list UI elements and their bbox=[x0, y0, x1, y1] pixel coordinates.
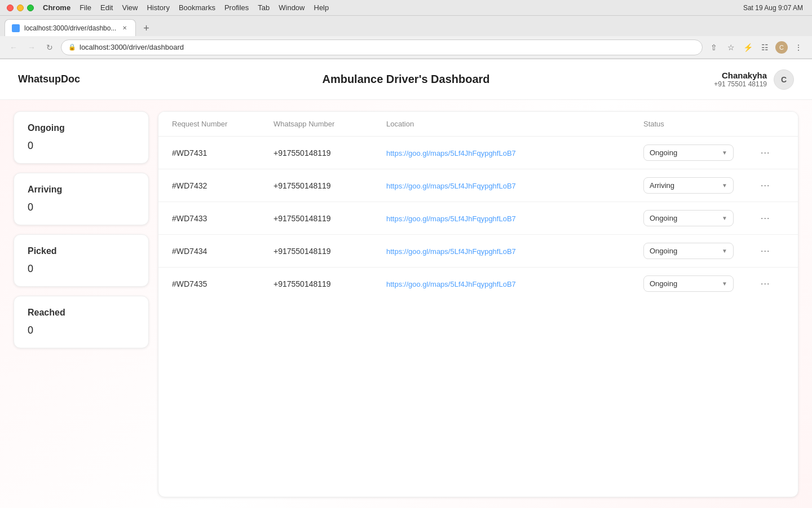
sidebar-button[interactable]: ☷ bbox=[758, 41, 771, 54]
status-dropdown[interactable]: Ongoing ▼ bbox=[643, 210, 734, 226]
more-options-button[interactable]: ··· bbox=[756, 178, 784, 193]
menu-history[interactable]: History bbox=[147, 3, 169, 12]
col-header-actions bbox=[756, 120, 784, 128]
tab-bar: localhost:3000/driver/dashbo... ✕ + bbox=[0, 16, 812, 36]
avatar: C bbox=[774, 69, 794, 90]
tab-favicon bbox=[12, 24, 20, 32]
table-row: #WD7432 +917550148119 https://goo.gl/map… bbox=[158, 169, 798, 202]
whatsapp-number: +917550148119 bbox=[273, 148, 386, 157]
user-info: Chanakyha +91 75501 48119 C bbox=[714, 69, 794, 90]
more-options-button[interactable]: ··· bbox=[756, 211, 784, 226]
request-number: #WD7434 bbox=[172, 247, 273, 256]
table-row: #WD7435 +917550148119 https://goo.gl/map… bbox=[158, 268, 798, 300]
menu-profiles[interactable]: Profiles bbox=[224, 3, 249, 12]
minimize-window-button[interactable] bbox=[17, 5, 24, 11]
location-cell: https://goo.gl/maps/5Lf4JhFqypghfLoB7 bbox=[386, 214, 643, 223]
close-window-button[interactable] bbox=[7, 5, 14, 11]
status-dropdown[interactable]: Ongoing ▼ bbox=[643, 243, 734, 259]
status-dropdown[interactable]: Arriving ▼ bbox=[643, 177, 734, 194]
col-header-request: Request Number bbox=[172, 120, 273, 128]
menu-window[interactable]: Window bbox=[279, 3, 304, 12]
menu-tab[interactable]: Tab bbox=[258, 3, 270, 12]
location-link[interactable]: https://goo.gl/maps/5Lf4JhFqypghfLoB7 bbox=[386, 280, 516, 288]
whatsapp-number: +917550148119 bbox=[273, 247, 386, 256]
table-row: #WD7434 +917550148119 https://goo.gl/map… bbox=[158, 235, 798, 268]
status-dropdown[interactable]: Ongoing ▼ bbox=[643, 144, 734, 161]
location-link[interactable]: https://goo.gl/maps/5Lf4JhFqypghfLoB7 bbox=[386, 149, 516, 157]
address-bar[interactable]: 🔒 localhost:3000/driver/dashboard bbox=[61, 40, 703, 55]
status-dropdown[interactable]: Ongoing ▼ bbox=[643, 275, 734, 292]
more-options-button[interactable]: ··· bbox=[756, 244, 784, 259]
more-options-button[interactable]: ··· bbox=[756, 277, 784, 291]
actions-cell: ··· bbox=[756, 146, 784, 160]
stat-label-arriving: Arriving bbox=[28, 185, 135, 195]
new-tab-button[interactable]: + bbox=[138, 20, 154, 36]
stat-card-arriving: Arriving 0 bbox=[14, 173, 149, 225]
request-number: #WD7431 bbox=[172, 148, 273, 157]
location-cell: https://goo.gl/maps/5Lf4JhFqypghfLoB7 bbox=[386, 247, 643, 256]
table-row: #WD7431 +917550148119 https://goo.gl/map… bbox=[158, 137, 798, 169]
user-display-name: Chanakyha bbox=[714, 71, 767, 80]
location-link[interactable]: https://goo.gl/maps/5Lf4JhFqypghfLoB7 bbox=[386, 247, 516, 256]
chevron-down-icon: ▼ bbox=[722, 215, 727, 221]
reload-button[interactable]: ↻ bbox=[43, 41, 56, 54]
stat-card-reached: Reached 0 bbox=[14, 296, 149, 348]
col-header-whatsapp: Whatsapp Number bbox=[273, 120, 386, 128]
stat-value-ongoing: 0 bbox=[28, 140, 135, 152]
bookmark-button[interactable]: ☆ bbox=[724, 41, 738, 54]
stat-label-reached: Reached bbox=[28, 308, 135, 318]
status-cell: Arriving ▼ bbox=[643, 177, 756, 194]
status-cell: Ongoing ▼ bbox=[643, 210, 756, 226]
forward-button[interactable]: → bbox=[25, 41, 38, 54]
whatsapp-number: +917550148119 bbox=[273, 214, 386, 223]
user-phone: +91 75501 48119 bbox=[714, 80, 767, 88]
stat-value-reached: 0 bbox=[28, 325, 135, 336]
status-value: Ongoing bbox=[650, 279, 677, 288]
nav-bar: ← → ↻ 🔒 localhost:3000/driver/dashboard … bbox=[0, 36, 812, 59]
location-link[interactable]: https://goo.gl/maps/5Lf4JhFqypghfLoB7 bbox=[386, 214, 516, 223]
menu-bookmarks[interactable]: Bookmarks bbox=[179, 3, 215, 12]
page-title: Ambulance Driver's Dashboard bbox=[322, 73, 489, 86]
status-cell: Ongoing ▼ bbox=[643, 275, 756, 292]
browser-chrome: localhost:3000/driver/dashbo... ✕ + ← → … bbox=[0, 16, 812, 59]
app-name: Chrome bbox=[43, 3, 70, 12]
chevron-down-icon: ▼ bbox=[722, 150, 727, 156]
request-number: #WD7435 bbox=[172, 279, 273, 288]
status-cell: Ongoing ▼ bbox=[643, 243, 756, 259]
lock-icon: 🔒 bbox=[68, 43, 76, 51]
stat-card-picked: Picked 0 bbox=[14, 234, 149, 287]
share-button[interactable]: ⇧ bbox=[707, 41, 721, 54]
app-header: WhatsupDoc Ambulance Driver's Dashboard … bbox=[0, 59, 812, 100]
back-button[interactable]: ← bbox=[7, 41, 20, 54]
location-link[interactable]: https://goo.gl/maps/5Lf4JhFqypghfLoB7 bbox=[386, 182, 516, 190]
menu-help[interactable]: Help bbox=[314, 3, 329, 12]
titlebar: Chrome File Edit View History Bookmarks … bbox=[0, 0, 812, 16]
active-tab[interactable]: localhost:3000/driver/dashbo... ✕ bbox=[5, 19, 136, 36]
user-name-block: Chanakyha +91 75501 48119 bbox=[714, 71, 767, 88]
more-options-button[interactable]: ⋮ bbox=[792, 41, 805, 54]
actions-cell: ··· bbox=[756, 244, 784, 259]
profile-button[interactable]: C bbox=[775, 41, 788, 54]
extensions-button[interactable]: ⚡ bbox=[741, 41, 754, 54]
actions-cell: ··· bbox=[756, 277, 784, 291]
location-cell: https://goo.gl/maps/5Lf4JhFqypghfLoB7 bbox=[386, 148, 643, 157]
traffic-lights bbox=[7, 5, 34, 11]
menu-edit[interactable]: Edit bbox=[100, 3, 113, 12]
col-header-status: Status bbox=[643, 120, 756, 128]
status-value: Ongoing bbox=[650, 247, 677, 255]
status-value: Arriving bbox=[650, 181, 674, 190]
status-value: Ongoing bbox=[650, 214, 677, 222]
stat-label-ongoing: Ongoing bbox=[28, 123, 135, 133]
maximize-window-button[interactable] bbox=[27, 5, 34, 11]
tab-close-button[interactable]: ✕ bbox=[121, 24, 129, 32]
system-time: Sat 19 Aug 9:07 AM bbox=[743, 4, 803, 12]
status-value: Ongoing bbox=[650, 148, 677, 157]
menu-file[interactable]: File bbox=[80, 3, 91, 12]
more-options-button[interactable]: ··· bbox=[756, 146, 784, 160]
location-cell: https://goo.gl/maps/5Lf4JhFqypghfLoB7 bbox=[386, 279, 643, 288]
actions-cell: ··· bbox=[756, 211, 784, 226]
tab-title: localhost:3000/driver/dashbo... bbox=[24, 24, 116, 32]
col-header-location: Location bbox=[386, 120, 643, 128]
address-text: localhost:3000/driver/dashboard bbox=[80, 43, 184, 51]
menu-view[interactable]: View bbox=[122, 3, 138, 12]
